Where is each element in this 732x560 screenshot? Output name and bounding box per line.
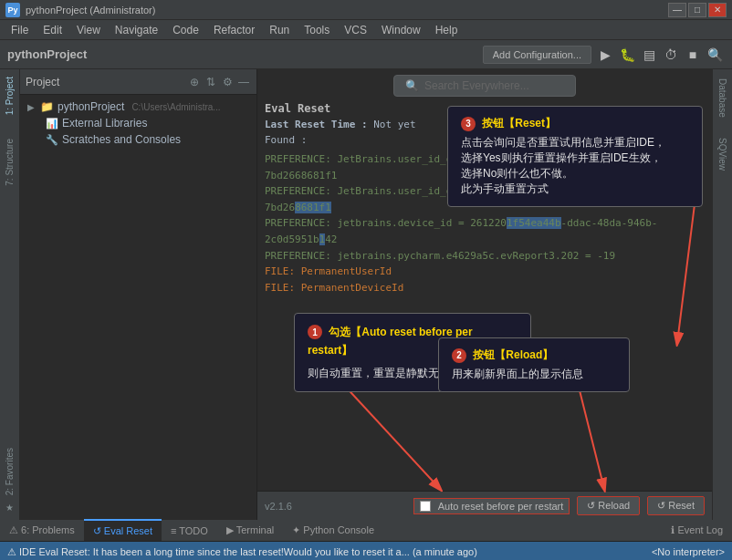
file-line-1: FILE: PermanentUserId [265, 264, 705, 280]
project-label: pythonProject [7, 47, 479, 61]
menu-help[interactable]: Help [428, 22, 465, 38]
tooltip-mid-header: 2 按钮【Reload】 [452, 347, 616, 363]
main-toolbar: pythonProject Add Configuration... ▶ 🐛 ▤… [0, 40, 732, 69]
menu-window[interactable]: Window [374, 22, 428, 38]
tooltip-mid-title: 按钮【Reload】 [473, 348, 553, 361]
folder-icon-root: 📁 [40, 100, 54, 113]
tree-item-scratches[interactable]: 🔧 Scratches and Consoles [20, 131, 256, 148]
tab-bar: ⚠ 6: Problems ↺ Eval Reset ≡ TODO ▶ Term… [0, 520, 732, 542]
badge-2: 2 [452, 348, 466, 363]
badge-3: 3 [461, 117, 476, 131]
pref-line-3: PREFERENCE: jetbrains.device_id = 261220… [265, 215, 705, 247]
favorites-strip-label[interactable]: 2: Favorites [2, 441, 17, 503]
add-configuration-button[interactable]: Add Configuration... [483, 46, 591, 64]
scratches-icon: 🔧 [46, 134, 58, 146]
tooltip-mid-body: 用来刷新界面上的显示信息 [452, 367, 616, 382]
menu-bar: File Edit View Navigate Code Refactor Ru… [0, 20, 732, 40]
tooltip-right-body: 点击会询问是否重置试用信息并重启IDE， 选择Yes则执行重置操作并重启IDE生… [461, 135, 689, 197]
minimize-button[interactable]: — [668, 3, 686, 17]
app-icon: Py [5, 3, 20, 17]
tab-python-console-label: ✦ Python Console [292, 524, 374, 536]
project-panel-header: Project ⊕ ⇅ ⚙ — [20, 69, 256, 95]
toolbar-icons: ▶ 🐛 ▤ ⏱ ■ 🔍 [595, 45, 725, 65]
coverage-button[interactable]: ▤ [639, 45, 659, 65]
tab-todo[interactable]: ≡ TODO [162, 519, 217, 541]
add-icon[interactable]: ⊕ [187, 75, 202, 89]
tree-root-label: pythonProject [58, 100, 124, 113]
lib-icon: 📊 [46, 118, 58, 130]
menu-code[interactable]: Code [165, 22, 206, 38]
project-strip-label[interactable]: 1: Project [2, 69, 17, 122]
file-line-2: FILE: PermanentDeviceId [265, 280, 705, 296]
window-controls: — □ ✕ [668, 3, 727, 17]
tree-root-path: C:\Users\Administra... [131, 102, 220, 112]
menu-file[interactable]: File [4, 22, 36, 38]
auto-reset-checkbox[interactable] [420, 501, 431, 512]
tree-scratches-label: Scratches and Consoles [62, 133, 181, 146]
settings-icon[interactable]: ⚙ [220, 75, 235, 89]
debug-button[interactable]: 🐛 [617, 45, 637, 65]
tab-terminal[interactable]: ▶ Terminal [217, 519, 283, 541]
collapse-icon[interactable]: ⇅ [204, 75, 218, 89]
maximize-button[interactable]: □ [688, 3, 706, 17]
tab-event-log-label: ℹ Event Log [671, 524, 723, 536]
tooltip-right: 3 按钮【Reset】 点击会询问是否重置试用信息并重启IDE， 选择Yes则执… [447, 106, 703, 207]
window-title: pythonProject (Administrator) [26, 5, 668, 16]
search-icon: 🔍 [405, 79, 419, 92]
reload-button[interactable]: ↺ Reload [577, 496, 640, 515]
tab-event-log[interactable]: ℹ Event Log [662, 519, 732, 541]
menu-vcs[interactable]: VCS [337, 22, 374, 38]
version-label: v2.1.6 [265, 501, 292, 512]
tree-external-libraries-label: External Libraries [62, 117, 147, 130]
auto-reset-label: Auto reset before per restart [438, 501, 564, 512]
right-sidebar-strip: Database SQView [712, 69, 732, 520]
tab-todo-label: ≡ TODO [171, 525, 208, 536]
tab-problems-label: ⚠ 6: Problems [9, 524, 75, 536]
main-area: 1: Project 7: Structure 2: Favorites ★ P… [0, 69, 732, 520]
title-bar: Py pythonProject (Administrator) — □ ✕ [0, 0, 732, 20]
sqview-strip-label[interactable]: SQView [717, 132, 727, 176]
status-left-text: ⚠ IDE Eval Reset: It has been a long tim… [7, 546, 644, 558]
tab-terminal-label: ▶ Terminal [226, 524, 274, 536]
stop-button[interactable]: ■ [683, 45, 703, 65]
action-row: v2.1.6 Auto reset before per restart ↺ R… [257, 491, 712, 520]
status-bar: ⚠ IDE Eval Reset: It has been a long tim… [0, 542, 732, 560]
menu-view[interactable]: View [69, 22, 108, 38]
tree-item-external-libraries[interactable]: 📊 External Libraries [20, 115, 256, 131]
tab-eval-reset-label: ↺ Eval Reset [93, 525, 152, 537]
menu-navigate[interactable]: Navigate [108, 22, 165, 38]
project-panel: Project ⊕ ⇅ ⚙ — ▶ 📁 pythonProject C:\Use… [20, 69, 257, 520]
project-header-icons: ⊕ ⇅ ⚙ — [187, 75, 251, 89]
run-button[interactable]: ▶ [595, 45, 615, 65]
menu-tools[interactable]: Tools [297, 22, 337, 38]
close-button[interactable]: ✕ [708, 3, 727, 17]
last-reset-value: Not yet [373, 119, 415, 130]
tooltip-mid: 2 按钮【Reload】 用来刷新界面上的显示信息 [438, 337, 630, 392]
search-bar[interactable]: 🔍 Search Everywhere... [393, 75, 576, 97]
status-right-text: <No interpreter> [652, 546, 725, 557]
search-placeholder: Search Everywhere... [424, 79, 529, 92]
tab-problems[interactable]: ⚠ 6: Problems [0, 519, 84, 541]
auto-reset-checkbox-label[interactable]: Auto reset before per restart [413, 498, 570, 514]
tooltip-right-header: 3 按钮【Reset】 [461, 116, 689, 131]
profile-button[interactable]: ⏱ [661, 45, 681, 65]
menu-edit[interactable]: Edit [36, 22, 69, 38]
tree-arrow-root: ▶ [27, 102, 35, 112]
content-area: 🔍 Search Everywhere... Eval Reset Last R… [257, 69, 712, 520]
project-panel-title: Project [26, 76, 183, 88]
tree-item-root[interactable]: ▶ 📁 pythonProject C:\Users\Administra... [20, 99, 256, 115]
database-strip-label[interactable]: Database [717, 73, 727, 123]
last-reset-label: Last Reset Time : [265, 119, 368, 130]
search-everywhere-button[interactable]: 🔍 [705, 45, 725, 65]
tab-python-console[interactable]: ✦ Python Console [283, 519, 383, 541]
favorites-star-icon[interactable]: ★ [5, 503, 14, 513]
menu-run[interactable]: Run [262, 22, 297, 38]
structure-strip-label[interactable]: 7: Structure [2, 131, 17, 193]
reset-button[interactable]: ↺ Reset [647, 496, 705, 515]
left-sidebar-strip: 1: Project 7: Structure 2: Favorites ★ [0, 69, 20, 520]
close-panel-icon[interactable]: — [236, 75, 251, 89]
tab-eval-reset[interactable]: ↺ Eval Reset [84, 519, 162, 541]
menu-refactor[interactable]: Refactor [206, 22, 262, 38]
tooltip-right-title: 按钮【Reset】 [482, 117, 556, 130]
pref-line-4: PREFERENCE: jetbrains.pycharm.e4629a5c.e… [265, 248, 705, 264]
